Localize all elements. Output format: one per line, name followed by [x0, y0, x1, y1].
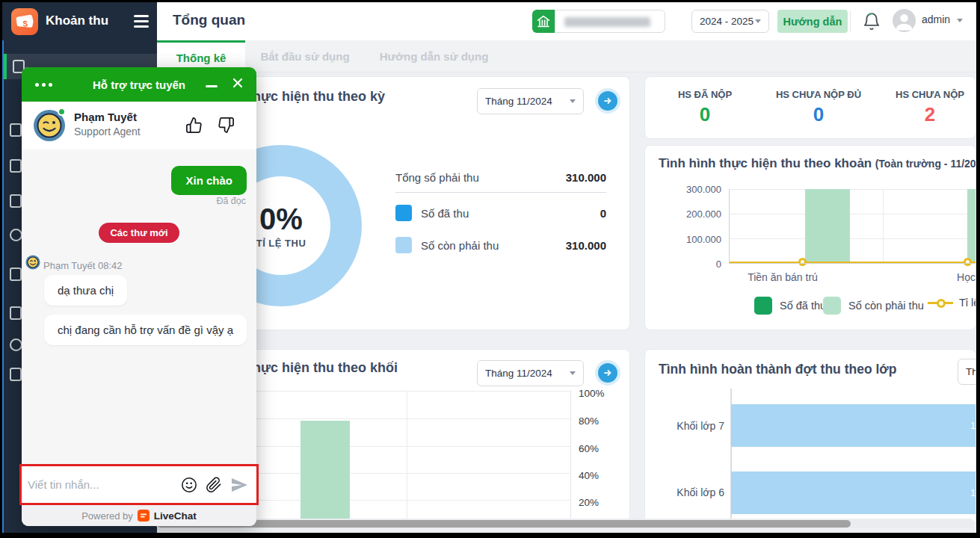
- sidebar-scroll-track[interactable]: [2, 40, 4, 533]
- bar-value: 1: [970, 487, 976, 498]
- bar-remaining-tien-an[interactable]: [805, 189, 850, 264]
- chat-message-input[interactable]: [22, 478, 181, 491]
- period-select[interactable]: Tháng 11/2024: [958, 359, 976, 385]
- period-select[interactable]: Tháng 11/2024: [477, 360, 584, 386]
- school-icon: [532, 10, 555, 33]
- tab-bar: Thống kê Bắt đầu sử dụng Hướng dẫn sử dụ…: [157, 40, 976, 72]
- go-detail-button[interactable]: [595, 360, 620, 386]
- close-button[interactable]: [232, 78, 243, 91]
- gridline: [730, 189, 976, 190]
- school-year-select[interactable]: 2024 - 2025: [691, 10, 769, 33]
- guide-button[interactable]: Hướng dẫn: [777, 10, 848, 33]
- school-name-redacted: [564, 17, 650, 27]
- period-select[interactable]: Tháng 11/2024: [477, 88, 584, 114]
- chevron-down-icon: [570, 99, 576, 103]
- livechat-brand[interactable]: LiveChat: [154, 510, 197, 522]
- legend-swatch-blue: [395, 205, 412, 221]
- legend-label: Số đã thu: [421, 207, 600, 220]
- x-axis-line: [730, 263, 976, 264]
- badge-label: Các thư mới: [99, 223, 179, 243]
- incoming-message: dạ thưa chị: [44, 275, 127, 306]
- stat-value: 2: [870, 103, 976, 126]
- legend-swatch-lightgreen: [823, 297, 841, 315]
- pct-tick: 40%: [579, 470, 599, 481]
- chat-title: Hỗ trợ trực tuyến: [22, 78, 256, 91]
- school-name-box[interactable]: [555, 10, 665, 33]
- read-receipt: Đã đọc: [216, 196, 246, 206]
- stat-value: 0: [645, 103, 765, 126]
- sidebar-item-icon[interactable]: [10, 368, 22, 381]
- pct-tick: 60%: [579, 443, 599, 454]
- message-avatar: [25, 255, 40, 273]
- sidebar-item-icon[interactable]: [10, 159, 22, 173]
- card-collection-by-fee: Tình hình thực hiện thu theo khoản (Toàn…: [644, 145, 976, 330]
- settings-gear-icon[interactable]: [10, 229, 22, 241]
- arrow-right-icon: [603, 368, 613, 378]
- paperclip-icon: [206, 477, 222, 493]
- chevron-down-icon: [570, 371, 576, 375]
- donut-label: TỈ LỆ THU: [256, 238, 306, 249]
- send-button[interactable]: [230, 476, 248, 494]
- powered-by-label: Powered by: [81, 510, 133, 522]
- stat-label: HS CHƯA NỘP: [870, 89, 976, 100]
- scrollbar-thumb[interactable]: [157, 520, 851, 528]
- gridline: [730, 238, 976, 239]
- rate-marker[interactable]: [798, 258, 807, 266]
- sidebar-item-icon[interactable]: [10, 194, 22, 208]
- stat-paid: HS ĐÃ NỘP 0: [645, 89, 765, 126]
- legend-row-total: Tổng số phải thu 310.000: [395, 168, 606, 186]
- bar-khoi-lop-7[interactable]: 1: [731, 404, 976, 447]
- user-avatar[interactable]: [893, 9, 916, 32]
- legend-collected[interactable]: Số đã thu: [754, 297, 826, 315]
- emoji-button[interactable]: [181, 477, 197, 493]
- person-icon: [893, 9, 916, 32]
- minimize-button[interactable]: [206, 85, 218, 87]
- go-detail-button[interactable]: [595, 88, 620, 114]
- sidebar-item-icon[interactable]: [10, 306, 22, 320]
- bar-khoi-lop-6[interactable]: 1: [731, 471, 976, 514]
- bar-remaining-hoc-them[interactable]: [967, 189, 976, 264]
- card-student-payment-stats: HS ĐÃ NỘP 0 HS CHƯA NỘP ĐỦ 0 HS CHƯA NỘP…: [644, 76, 976, 139]
- chat-header: Hỗ trợ trực tuyến: [22, 67, 256, 102]
- gridline: [407, 391, 407, 524]
- horizontal-scrollbar[interactable]: [155, 519, 975, 528]
- legend-remaining[interactable]: Số còn phải thu: [823, 297, 924, 315]
- thumbs-up-button[interactable]: [185, 117, 203, 137]
- sidebar-toggle-button[interactable]: [134, 15, 149, 28]
- sidebar-item-icon[interactable]: [10, 268, 22, 281]
- sidebar-item-icon[interactable]: [10, 338, 22, 351]
- chevron-down-icon[interactable]: [957, 19, 963, 22]
- stat-label: HS CHƯA NỘP ĐỦ: [759, 89, 878, 100]
- online-status-dot: [58, 108, 66, 116]
- thumbs-up-icon: [185, 117, 203, 134]
- bar-remaining-grade[interactable]: [301, 421, 350, 524]
- y-tick: 300.000: [686, 184, 721, 195]
- legend-label: Số còn phải thu: [848, 300, 924, 312]
- y-tick: 0: [716, 259, 721, 270]
- sidebar-item-icon[interactable]: [10, 123, 22, 137]
- class-row-label: Khối lớp 6: [653, 486, 724, 498]
- legend-row-collected: Số đã thu 0: [395, 204, 606, 222]
- notifications-bell-button[interactable]: [859, 9, 884, 34]
- legend-label: Số còn phải thu: [421, 239, 566, 252]
- tab-get-started[interactable]: Bắt đầu sử dụng: [245, 40, 365, 72]
- y-tick: 100.000: [686, 234, 721, 245]
- attachment-button[interactable]: [206, 477, 222, 493]
- y-tick: 200.000: [686, 208, 721, 220]
- thumbs-down-button[interactable]: [218, 117, 235, 137]
- tab-user-guide[interactable]: Hướng dẫn sử dụng: [365, 40, 503, 72]
- username-label[interactable]: admin: [922, 13, 950, 25]
- legend-line-marker: [928, 302, 953, 304]
- stat-partially-paid: HS CHƯA NỘP ĐỦ 0: [759, 89, 878, 126]
- card-title-row: Tình hình thực hiện thu theo khoản (Toàn…: [659, 156, 976, 171]
- chevron-down-icon: [755, 19, 761, 23]
- stat-label: HS ĐÃ NỘP: [645, 89, 765, 100]
- period-value: Tháng 11/2024: [485, 368, 552, 379]
- fee-chart-plot: [729, 189, 976, 264]
- legend-rate[interactable]: Tỉ lệ thu: [928, 297, 976, 309]
- pct-tick: 100%: [579, 388, 605, 399]
- legend-value: 0: [600, 207, 606, 220]
- x-category-label: Tiền ăn bán trú: [748, 271, 818, 283]
- rate-marker[interactable]: [964, 258, 972, 266]
- legend-swatch-green: [754, 297, 772, 315]
